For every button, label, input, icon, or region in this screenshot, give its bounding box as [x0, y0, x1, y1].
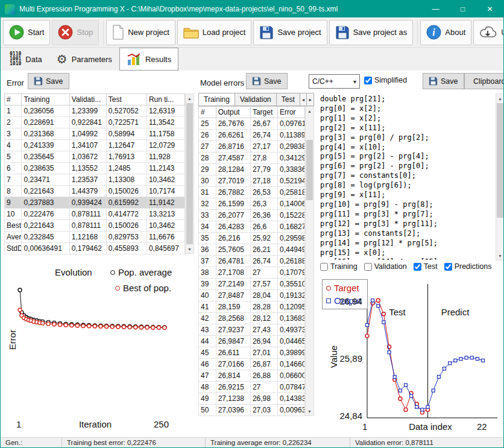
table-row[interactable]: 3625,760526,210,449498: [199, 244, 305, 256]
table-row[interactable]: 100,2224760,8781110,41477213,3213: [5, 209, 185, 220]
error-table[interactable]: #TrainingValidati...TestRun ti... 10,236…: [4, 93, 185, 254]
table-row[interactable]: 2526,767626,670,097612: [199, 118, 305, 130]
plot-checkbox-training[interactable]: Training: [320, 262, 358, 271]
error-table-scrollbar[interactable]: ▲ ▼: [185, 93, 194, 254]
maximize-button[interactable]: □: [449, 1, 476, 17]
table-row[interactable]: 10,2360561,233990,52705212,6319: [5, 106, 185, 117]
predictions-checkbox-input[interactable]: [444, 263, 452, 271]
column-header[interactable]: Validati...: [69, 94, 106, 106]
table-row[interactable]: 4128,15928,280,120951: [199, 301, 305, 313]
table-row[interactable]: 4228,256828,120,136832: [199, 313, 305, 324]
table-cell: 0,237883: [22, 197, 69, 209]
table-row[interactable]: 40,2413391,341071,1264712,0729: [5, 140, 185, 151]
model-errors-table[interactable]: #OutputTargetError 2526,767626,670,09761…: [198, 106, 305, 416]
table-row[interactable]: 4627,016626,870,146609: [199, 359, 305, 370]
tab-scroll-left-button[interactable]: ◄: [300, 93, 307, 106]
plot-checkbox-predictions[interactable]: Predictions: [444, 262, 492, 271]
plot-checkbox-test[interactable]: Test: [414, 262, 438, 271]
tab-data[interactable]: 0110 1001 1010 Data: [2, 48, 49, 71]
about-button[interactable]: i About: [420, 20, 471, 45]
table-row[interactable]: 3027,701927,180,521945: [199, 175, 305, 187]
table-row[interactable]: 20,2286910,9228410,72257111,3542: [5, 117, 185, 128]
code-scrollbar[interactable]: ▲ ▼: [496, 93, 504, 260]
close-button[interactable]: ✕: [476, 1, 503, 17]
scrollbar-thumb[interactable]: [186, 103, 193, 244]
validation-checkbox-input[interactable]: [364, 263, 372, 271]
table-row[interactable]: 5027,039627,030,009634: [199, 405, 305, 416]
table-row[interactable]: 2626,626126,740,113891: [199, 130, 305, 141]
table-row[interactable]: 4927,123826,980,143835: [199, 393, 305, 405]
language-select[interactable]: C/C++ ▾: [309, 74, 360, 89]
table-row[interactable]: 2928,128427,790,338365: [199, 164, 305, 175]
table-row[interactable]: 3726,478126,740,261882: [199, 256, 305, 267]
table-row[interactable]: 3827,1708270,170794: [199, 267, 305, 279]
scroll-up-arrow[interactable]: ▲: [306, 107, 313, 115]
table-row[interactable]: 90,2378830,9394240,61599211,9142: [5, 197, 185, 209]
table-row[interactable]: 2827,458727,80,341298: [199, 153, 305, 164]
simplified-checkbox[interactable]: Simplified: [364, 76, 407, 84]
model-tab-training[interactable]: Training: [198, 93, 235, 106]
scroll-down-arrow[interactable]: ▼: [186, 245, 194, 253]
code-save-button[interactable]: Save: [423, 73, 464, 89]
load-project-button[interactable]: Load project: [177, 20, 252, 45]
table-row[interactable]: 3526,21625,920,295984: [199, 233, 305, 244]
plot-checkbox-validation[interactable]: Validation: [364, 262, 407, 271]
column-header[interactable]: Run ti...: [146, 94, 184, 106]
column-header[interactable]: #: [199, 107, 216, 118]
tab-parameters[interactable]: ⚙ Parameters: [49, 48, 119, 71]
table-row[interactable]: 70,234711,235371,1330810,3462: [5, 174, 185, 186]
table-row[interactable]: 2726,871627,170,298384: [199, 141, 305, 153]
table-row[interactable]: 4726,81426,880,066008: [199, 370, 305, 382]
table-cell: 12,6319: [146, 106, 184, 117]
generated-code-view[interactable]: double prg[21]; prg[0] = x[2]; prg[1] = …: [320, 95, 494, 260]
save-project-button[interactable]: Save project: [253, 20, 327, 45]
table-row[interactable]: 80,2216431,443790,15002610,7174: [5, 186, 185, 197]
table-row[interactable]: Best0,2216430,8781110,15002610,3462: [5, 220, 185, 232]
column-header[interactable]: Training: [22, 94, 69, 106]
table-row[interactable]: 60,2386351,135521,248511,2143: [5, 163, 185, 174]
tab-scroll-right-button[interactable]: ►: [307, 93, 314, 106]
simplified-checkbox-input[interactable]: [364, 77, 372, 84]
clipboard-button[interactable]: Clipboard: [464, 73, 504, 89]
training-checkbox-input[interactable]: [320, 263, 328, 271]
updates-button[interactable]: Updates: [473, 20, 504, 45]
minimize-button[interactable]: —: [422, 1, 449, 17]
table-row[interactable]: 4426,984726,940,044650: [199, 336, 305, 347]
model-table-scrollbar[interactable]: ▲ ▼: [305, 106, 314, 416]
save-project-as-button[interactable]: Save project as: [329, 20, 414, 45]
evolution-x-tick-min: 1: [16, 419, 21, 429]
table-row[interactable]: 4327,923727,430,493738: [199, 324, 305, 336]
column-header[interactable]: #: [5, 94, 22, 106]
table-row[interactable]: 3426,428326,60,168276: [199, 221, 305, 233]
scrollbar-thumb[interactable]: [497, 103, 503, 218]
stop-button[interactable]: Stop: [52, 20, 99, 45]
scrollbar-thumb[interactable]: [306, 140, 313, 200]
table-row[interactable]: 4526,61127,010,398998: [199, 347, 305, 359]
test-checkbox-input[interactable]: [414, 263, 421, 271]
column-header[interactable]: Output: [216, 107, 250, 118]
table-row[interactable]: 3126,788226,530,258182: [199, 187, 305, 198]
table-row[interactable]: 50,2356451,036721,7691311,928: [5, 151, 185, 163]
start-button[interactable]: Start: [3, 20, 50, 45]
model-errors-save-button[interactable]: Save: [246, 73, 288, 89]
scroll-up-arrow[interactable]: ▲: [496, 94, 504, 103]
table-row[interactable]: StdDev0,006364910,1794620,4558930,845697: [5, 243, 185, 254]
table-row[interactable]: 3326,207726,360,152287: [199, 210, 305, 221]
table-row[interactable]: Average0,2328451,121680,82975311,6676: [5, 232, 185, 243]
new-project-button[interactable]: New project: [106, 20, 175, 45]
model-tab-test[interactable]: Test: [277, 93, 300, 106]
table-row[interactable]: 30,2313681,049920,5899411,1758: [5, 128, 185, 140]
table-row[interactable]: 3226,159926,30,140062: [199, 198, 305, 210]
error-save-button[interactable]: Save: [28, 73, 69, 89]
scroll-down-arrow[interactable]: ▼: [496, 251, 504, 260]
column-header[interactable]: Target: [250, 107, 277, 118]
scroll-down-arrow[interactable]: ▼: [306, 407, 313, 415]
column-header[interactable]: Test: [106, 94, 146, 106]
table-row[interactable]: 4826,9215270,078470: [199, 382, 305, 393]
table-row[interactable]: 4027,848728,040,191323: [199, 290, 305, 301]
table-row[interactable]: 3927,214927,570,355103: [199, 279, 305, 290]
column-header[interactable]: Error: [277, 107, 304, 118]
model-tab-validation[interactable]: Validation: [235, 93, 277, 106]
tab-results[interactable]: Results: [119, 48, 178, 71]
scroll-up-arrow[interactable]: ▲: [186, 94, 194, 103]
